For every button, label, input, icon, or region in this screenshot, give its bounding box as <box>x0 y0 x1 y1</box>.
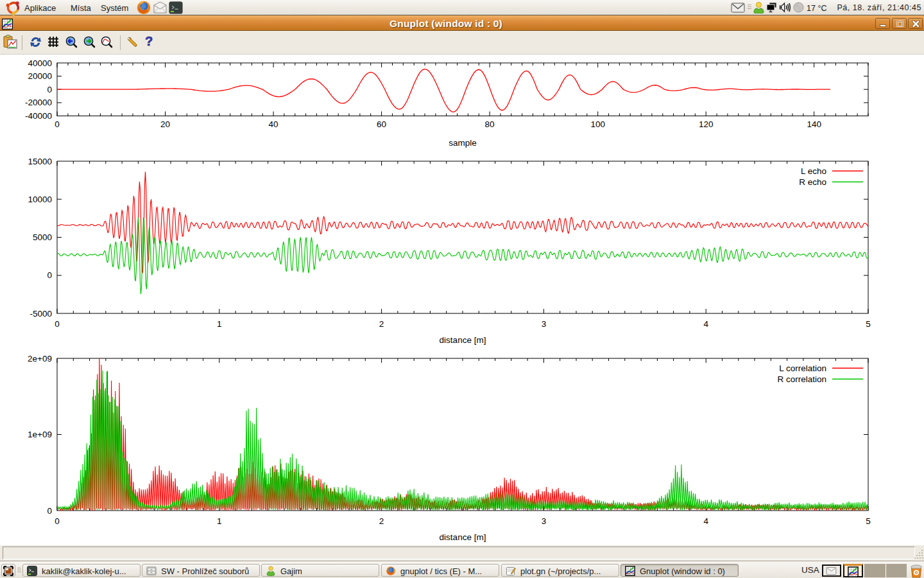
svg-text:distance [m]: distance [m] <box>440 532 486 542</box>
svg-text:0: 0 <box>55 119 60 129</box>
svg-text:1: 1 <box>217 319 222 329</box>
svg-text:-20000: -20000 <box>25 98 52 107</box>
svg-text:120: 120 <box>699 119 714 129</box>
svg-text:15000: 15000 <box>28 157 52 166</box>
svg-text:5: 5 <box>866 516 871 526</box>
svg-text:20: 20 <box>160 119 170 129</box>
svg-text:L echo: L echo <box>801 166 826 176</box>
svg-text:40: 40 <box>269 119 278 129</box>
svg-text:-40000: -40000 <box>25 111 52 121</box>
svg-text:0: 0 <box>47 270 52 280</box>
svg-text:5000: 5000 <box>33 232 52 242</box>
svg-text:2e+09: 2e+09 <box>28 354 52 363</box>
svg-text:40000: 40000 <box>28 58 52 68</box>
svg-text:80: 80 <box>485 119 495 129</box>
svg-text:0: 0 <box>47 85 52 94</box>
svg-text:-5000: -5000 <box>30 309 52 319</box>
svg-text:100: 100 <box>590 119 605 129</box>
svg-text:2: 2 <box>379 319 384 329</box>
svg-text:R echo: R echo <box>799 177 826 187</box>
svg-text:4: 4 <box>703 516 708 526</box>
svg-text:3: 3 <box>542 516 547 526</box>
svg-text:20000: 20000 <box>28 71 52 81</box>
svg-text:0: 0 <box>55 319 60 329</box>
svg-text:10000: 10000 <box>28 195 52 204</box>
svg-text:3: 3 <box>542 319 547 329</box>
svg-text:0: 0 <box>55 516 60 526</box>
svg-text:R correlation: R correlation <box>777 374 826 384</box>
svg-text:1e+09: 1e+09 <box>28 430 52 439</box>
svg-text:60: 60 <box>377 119 386 129</box>
svg-text:L correlation: L correlation <box>779 363 826 373</box>
svg-text:sample: sample <box>449 138 477 148</box>
svg-text:4: 4 <box>703 319 708 329</box>
svg-text:1: 1 <box>217 516 222 526</box>
svg-text:2: 2 <box>379 516 384 526</box>
svg-text:0: 0 <box>47 506 52 516</box>
svg-text:140: 140 <box>807 119 821 129</box>
svg-text:5: 5 <box>866 319 871 329</box>
svg-text:distance [m]: distance [m] <box>440 335 486 345</box>
